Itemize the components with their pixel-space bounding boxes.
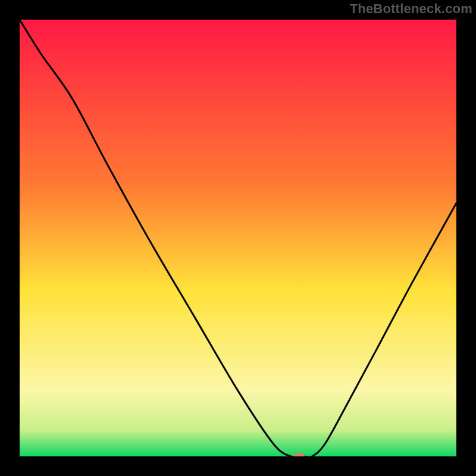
chart-container: TheBottleneck.com (0, 0, 476, 476)
plot-svg (20, 20, 456, 456)
watermark-text: TheBottleneck.com (350, 1, 472, 17)
plot-area (20, 20, 456, 456)
